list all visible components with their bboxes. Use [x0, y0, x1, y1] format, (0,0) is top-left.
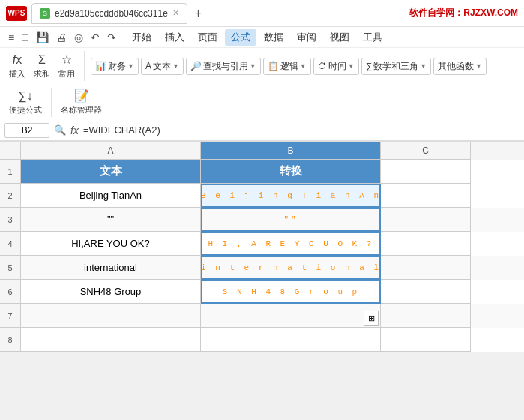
menu-page[interactable]: 页面 [192, 29, 223, 46]
insert-function-button[interactable]: fx 插入 [6, 52, 28, 81]
redo-icon[interactable]: ↷ [105, 30, 118, 45]
menu-view[interactable]: 视图 [324, 29, 355, 46]
logic-arrow-icon: ▼ [300, 62, 307, 70]
cell-c8[interactable] [381, 328, 471, 352]
name-manager-button[interactable]: 📝 名称管理器 [58, 87, 105, 117]
row-header-7[interactable]: 7 [0, 304, 21, 328]
cell-a5[interactable]: international [21, 256, 201, 280]
quick-formula-icon: ∑↓ [18, 89, 32, 103]
more-arrow-icon: ▼ [475, 62, 482, 70]
hamburger-icon[interactable]: ≡ [6, 30, 16, 45]
lookup-label: 查找与引用 [203, 60, 248, 73]
row-headers: 1 2 3 4 5 6 7 8 [0, 160, 21, 352]
sum-button[interactable]: Σ 求和 [31, 52, 53, 81]
common-button[interactable]: ☆ 常用 [55, 51, 78, 81]
math-dropdown[interactable]: ∑ 数学和三角 ▼ [361, 58, 431, 75]
name-manager-label: 名称管理器 [61, 104, 102, 116]
formula-bar: B2 🔍 fx [0, 120, 524, 141]
document-tab[interactable]: S e2d9a105ccdddb046cc311e ✕ [31, 3, 187, 24]
tab-favicon: S [40, 8, 50, 19]
finance-dropdown[interactable]: 📊 财务 ▼ [91, 58, 139, 75]
cell-a8[interactable] [21, 328, 201, 352]
time-label: 时间 [328, 60, 346, 73]
cell-a7[interactable] [21, 304, 201, 328]
fx-label: fx [70, 124, 79, 136]
cell-reference-input[interactable]: B2 [4, 123, 49, 138]
col-header-c[interactable]: C [381, 142, 471, 160]
table-row: HI,ARE YOU OK? H I , A R E Y O U O K ? [21, 232, 524, 256]
cell-c3[interactable] [381, 208, 471, 232]
cell-a2[interactable]: Beijing TianAn [21, 184, 201, 208]
cell-b2[interactable]: B e i j i n g T i a n A n [201, 184, 381, 208]
cell-a3[interactable]: "" [21, 208, 201, 232]
toolbar-area: ≡ □ 💾 🖨 ◎ ↶ ↷ 开始 插入 页面 公式 数据 审阅 视图 工具 fx… [0, 27, 524, 142]
cell-c7[interactable] [381, 304, 471, 328]
table-row: "" "" [21, 208, 524, 232]
text-arrow-icon: ▼ [172, 62, 179, 70]
math-arrow-icon: ▼ [420, 62, 427, 70]
cell-c6[interactable] [381, 280, 471, 304]
row-header-4[interactable]: 4 [0, 232, 21, 256]
cell-a1[interactable]: 文本 [21, 160, 201, 184]
cell-a6[interactable]: SNH48 Group [21, 280, 201, 304]
corner-cell [0, 142, 21, 160]
text-label: 文本 [153, 60, 171, 73]
cell-b1[interactable]: 转换 [201, 160, 381, 184]
search2-icon[interactable]: ◎ [72, 30, 85, 45]
cell-b4[interactable]: H I , A R E Y O U O K ? [201, 232, 381, 256]
col-header-row: A B C [0, 142, 524, 160]
text-dropdown[interactable]: A 文本 ▼ [141, 58, 184, 75]
sheet-rows: 文本 转换 Beijing TianAn B e i j i n g T i a… [21, 160, 524, 352]
menu-tools[interactable]: 工具 [357, 29, 388, 46]
site-label: 软件自学网：RJZXW.COM [409, 7, 518, 20]
cell-b8[interactable] [201, 328, 381, 352]
cell-a4[interactable]: HI,ARE YOU OK? [21, 232, 201, 256]
formula-input[interactable] [83, 124, 520, 136]
text-func-icon: A [145, 61, 151, 71]
cell-c1[interactable] [381, 160, 471, 184]
print-icon[interactable]: 🖨 [54, 30, 69, 45]
cell-c2[interactable] [381, 184, 471, 208]
menu-start[interactable]: 开始 [126, 29, 157, 46]
menu-formula[interactable]: 公式 [225, 29, 256, 46]
math-icon: ∑ [366, 61, 373, 71]
row-header-2[interactable]: 2 [0, 184, 21, 208]
toolbar-group-basic: fx 插入 Σ 求和 ☆ 常用 [6, 51, 85, 81]
time-dropdown[interactable]: ⏱ 时间 ▼ [313, 58, 359, 75]
lookup-icon: 🔎 [190, 61, 202, 71]
new-tab-button[interactable]: + [195, 7, 202, 20]
col-header-a[interactable]: A [21, 142, 201, 160]
cell-b3[interactable]: "" [201, 208, 381, 232]
row-header-8[interactable]: 8 [0, 328, 21, 352]
cell-c5[interactable] [381, 256, 471, 280]
menu-bar: ≡ □ 💾 🖨 ◎ ↶ ↷ 开始 插入 页面 公式 数据 审阅 视图 工具 [0, 27, 524, 48]
zoom-search-icon: 🔍 [54, 124, 66, 136]
tab-close-icon[interactable]: ✕ [172, 8, 179, 18]
menu-review[interactable]: 审阅 [291, 29, 322, 46]
row-header-5[interactable]: 5 [0, 256, 21, 280]
row-header-3[interactable]: 3 [0, 208, 21, 232]
cell-b6[interactable]: S N H 4 8 G r o u p [201, 280, 381, 304]
more-functions-dropdown[interactable]: 其他函数 ▼ [433, 58, 487, 75]
more-functions-label: 其他函数 [438, 60, 474, 73]
logic-dropdown[interactable]: 📋 逻辑 ▼ [263, 58, 311, 75]
undo-icon[interactable]: ↶ [88, 30, 102, 45]
file-icon[interactable]: □ [19, 30, 30, 45]
col-header-b[interactable]: B [201, 142, 381, 160]
row-header-1[interactable]: 1 [0, 160, 21, 184]
logic-label: 逻辑 [280, 60, 298, 73]
cell-b7[interactable]: ⊞ [201, 304, 381, 328]
save-icon[interactable]: 💾 [34, 30, 51, 45]
row-header-6[interactable]: 6 [0, 280, 21, 304]
quick-formula-button[interactable]: ∑↓ 便捷公式 [6, 88, 45, 117]
common-label: 常用 [58, 68, 75, 80]
tab-label: e2d9a105ccdddb046cc311e [55, 8, 168, 19]
cell-c4[interactable] [381, 232, 471, 256]
lookup-dropdown[interactable]: 🔎 查找与引用 ▼ [186, 58, 261, 75]
paste-options-icon[interactable]: ⊞ [364, 310, 379, 326]
menu-insert[interactable]: 插入 [159, 29, 190, 46]
menu-data[interactable]: 数据 [258, 29, 289, 46]
spreadsheet: A B C 1 2 3 4 5 6 7 8 文本 转换 Bei [0, 142, 524, 352]
toolbar-group-quick: ∑↓ 便捷公式 [6, 88, 52, 117]
cell-b5[interactable]: i n t e r n a t i o n a l [201, 256, 381, 280]
